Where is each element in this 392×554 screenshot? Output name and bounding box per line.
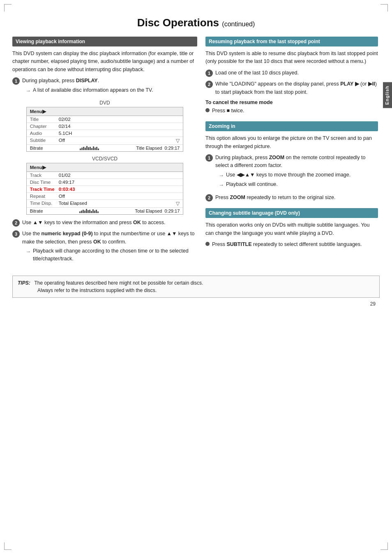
- zoom-step-2-num: 2: [205, 194, 213, 202]
- dvd-table: Menu ▶ Title 02/02 Chapter 02/14: [26, 107, 184, 152]
- vcd-row-track: Track 01/02: [27, 172, 183, 179]
- vcd-row-tracktime: Track Time 0:03:43: [27, 186, 183, 193]
- page-number: 29: [12, 301, 380, 307]
- tips-box: TIPS: The operating features described h…: [12, 276, 380, 298]
- vcd-elapsed: Total Elapsed 0:29:17: [135, 209, 180, 213]
- chevron-down-icon: ▽: [176, 138, 180, 144]
- tips-line-1: The operating features described here mi…: [34, 280, 203, 286]
- vcd-table-wrap: VCD/SVCD Menu ▶ Track 01/02 Disc Time: [26, 156, 184, 215]
- step-1: 1 During playback, press DISPLAY. → A li…: [12, 77, 197, 96]
- resume-step-2-content: While "LOADING" appears on the display p…: [215, 80, 378, 96]
- dvd-row-subtitle: Subtitle Off ▽: [27, 137, 183, 145]
- resume-step-1-num: 1: [205, 70, 213, 77]
- step-3: 3 Use the numeric keypad (0-9) to input …: [12, 230, 197, 264]
- resume-section-header: Resuming playback from the last stopped …: [205, 37, 378, 46]
- arrow-icon-2: →: [25, 248, 31, 256]
- subtitle-intro: This operation works only on DVDs with m…: [205, 221, 378, 237]
- vcd-row-timedisp: Time Disp. Total Elapsed ▽: [27, 200, 183, 208]
- zoom-step-1-num: 1: [205, 154, 213, 162]
- zoom-arrow-2: → Playback will continue.: [219, 181, 378, 189]
- subtitle-bullet: Press SUBTITLE repeatedly to select diff…: [205, 241, 378, 248]
- zoom-step-1: 1 During playback, press ZOOM on the rem…: [205, 154, 378, 190]
- viewing-intro: This DVD system can display the disc pla…: [12, 50, 197, 74]
- dvd-table-label: DVD: [26, 100, 184, 106]
- language-tab: English: [383, 82, 392, 108]
- dvd-row-title: Title 02/02: [27, 116, 183, 123]
- step-2-num: 2: [12, 219, 20, 227]
- chevron-down-icon-2: ▽: [176, 201, 180, 206]
- corner-tr: [380, 4, 388, 12]
- resume-intro: This DVD system is able to resume disc p…: [205, 50, 378, 66]
- right-column: Resuming playback from the last stopped …: [205, 37, 378, 267]
- zoom-arrow-1: → Use ◀▶▲▼ keys to move through the zoom…: [219, 171, 378, 180]
- vcd-table-label: VCD/SVCD: [26, 156, 184, 162]
- zoom-intro: This option allows you to enlarge the pi…: [205, 134, 378, 151]
- corner-tl: [4, 4, 12, 12]
- vcd-bitrate-row: Bitrate: [27, 208, 183, 214]
- vcd-table: Menu ▶ Track 01/02 Disc Time 0:49:17: [26, 163, 184, 215]
- cancel-content: Press ■ twice.: [212, 107, 244, 115]
- resume-step-1: 1 Load one of the last 10 discs played.: [205, 69, 378, 77]
- arrow-icon: →: [25, 87, 31, 95]
- zoom-section-header: Zooming in: [205, 121, 378, 131]
- step-2: 2 Use ▲▼ keys to view the information an…: [12, 219, 197, 227]
- step-1-content: During playback, press DISPLAY. → A list…: [22, 77, 197, 96]
- step-1-num: 1: [12, 77, 20, 85]
- cancel-bullet: Press ■ twice.: [205, 107, 378, 115]
- zoom-step-2: 2 Press ZOOM repeatedly to return to the…: [205, 194, 378, 202]
- vcd-row-disctime: Disc Time 0:49:17: [27, 179, 183, 186]
- tips-line-2: Always refer to the instructions supplie…: [37, 287, 157, 293]
- dot-icon: [205, 108, 210, 112]
- subtitle-section-header: Changing subtitle language (DVD only): [205, 208, 378, 218]
- step-3-arrow: → Playback will change according to the …: [25, 247, 197, 263]
- dot-icon-2: [205, 242, 210, 246]
- dvd-row-chapter: Chapter 02/14: [27, 123, 183, 130]
- arrow-icon-3: →: [219, 172, 224, 180]
- left-column: Viewing playback information This DVD sy…: [12, 37, 197, 267]
- corner-br: [380, 542, 388, 550]
- dvd-bitrate-row: Bitrate: [27, 145, 183, 151]
- page: English Disc Operations (continued) View…: [0, 0, 392, 554]
- step-1-arrow: → A list of available disc information a…: [25, 86, 197, 95]
- zoom-step-1-content: During playback, press ZOOM on the remot…: [215, 154, 378, 190]
- zoom-step-2-content: Press ZOOM repeatedly to return to the o…: [215, 194, 378, 202]
- step-3-content: Use the numeric keypad (0-9) to input th…: [22, 230, 197, 264]
- corner-bl: [4, 542, 12, 550]
- step-3-num: 3: [12, 230, 20, 238]
- dvd-menu-row: Menu ▶: [27, 107, 183, 116]
- tips-label: TIPS:: [18, 280, 30, 286]
- vcd-row-repeat: Repeat Off: [27, 193, 183, 200]
- dvd-row-audio: Audio 5.1CH: [27, 130, 183, 137]
- cancel-heading: To cancel the resume mode: [205, 100, 378, 105]
- arrow-icon-4: →: [219, 181, 224, 189]
- viewing-section-header: Viewing playback information: [12, 37, 197, 46]
- vcd-bitrate-bars: [79, 209, 99, 213]
- step-2-content: Use ▲▼ keys to view the information and …: [22, 219, 197, 227]
- resume-step-1-content: Load one of the last 10 discs played.: [215, 69, 378, 77]
- resume-step-2: 2 While "LOADING" appears on the display…: [205, 80, 378, 96]
- dvd-table-wrap: DVD Menu ▶ Title 02/02 Chapter 02/14: [26, 100, 184, 152]
- main-content: Viewing playback information This DVD sy…: [12, 37, 380, 267]
- bitrate-bars: [80, 146, 99, 150]
- dvd-elapsed: Title Elapsed 0:29:17: [136, 146, 180, 151]
- resume-step-2-num: 2: [205, 81, 213, 88]
- vcd-menu-row: Menu ▶: [27, 163, 183, 172]
- page-title: Disc Operations (continued): [12, 12, 380, 29]
- subtitle-content: Press SUBTITLE repeatedly to select diff…: [212, 241, 362, 248]
